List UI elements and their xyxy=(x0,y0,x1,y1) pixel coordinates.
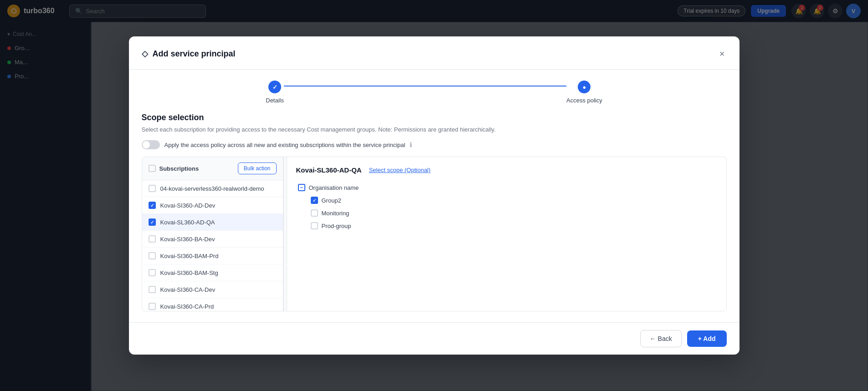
toggle-row: Apply the access policy across all new a… xyxy=(142,140,727,149)
back-button[interactable]: ← Back xyxy=(640,330,682,347)
tree-root-label: Organisation name xyxy=(309,184,359,191)
step-container: ✓ Details ● Access policy xyxy=(266,81,602,104)
step-details: ✓ Details xyxy=(266,81,284,104)
subscription-checkbox-3[interactable] xyxy=(149,235,156,243)
bulk-action-button[interactable]: Bulk action xyxy=(238,162,277,174)
subscription-name-5: Kovai-SI360-BAM-Stg xyxy=(160,269,218,276)
subscription-name-7: Kovai-SI360-CA-Prd xyxy=(160,303,214,310)
subscription-panel-header: Subscriptions Bulk action xyxy=(142,157,283,180)
modal-body: Scope selection Select each subscription… xyxy=(129,113,740,322)
tree-child-2[interactable]: Prod-group xyxy=(311,219,717,232)
step-1-label: Details xyxy=(266,97,284,104)
selected-subscription-name: Kovai-SL360-AD-QA xyxy=(296,166,362,174)
subscription-item-1[interactable]: Kovai-SI360-AD-Dev xyxy=(142,197,283,214)
select-all-checkbox[interactable] xyxy=(149,165,156,172)
tree-child-1[interactable]: Monitoring xyxy=(311,207,717,219)
tree-checkbox-2[interactable] xyxy=(311,222,318,229)
panel-divider xyxy=(283,157,287,311)
subscription-item-2[interactable]: Kovai-SL360-AD-QA xyxy=(142,214,283,231)
subscription-panel: Subscriptions Bulk action 04-kovai-serve… xyxy=(142,157,283,311)
subscription-name-6: Kovai-SI360-CA-Dev xyxy=(160,286,216,293)
subscription-name-2: Kovai-SL360-AD-QA xyxy=(160,219,215,226)
stepper: ✓ Details ● Access policy xyxy=(129,70,740,113)
subscription-list: 04-kovai-serverless360-realworld-demo Ko… xyxy=(142,180,283,311)
subscription-checkbox-4[interactable] xyxy=(149,252,156,259)
modal: ◇ Add service principal × ✓ Details ● Ac… xyxy=(129,36,740,355)
subscription-item-0[interactable]: 04-kovai-serverless360-realworld-demo xyxy=(142,180,283,197)
modal-header: ◇ Add service principal × xyxy=(129,36,740,70)
subscription-checkbox-6[interactable] xyxy=(149,286,156,293)
toggle-label: Apply the access policy across all new a… xyxy=(164,142,406,148)
scope-tree: Organisation name Group2 Monitoring xyxy=(298,181,717,232)
subscription-item-5[interactable]: Kovai-SI360-BAM-Stg xyxy=(142,264,283,281)
step-access-policy: ● Access policy xyxy=(566,81,602,104)
subscription-checkbox-0[interactable] xyxy=(149,185,156,192)
subscription-item-3[interactable]: Kovai-SI360-BA-Dev xyxy=(142,231,283,248)
step-1-circle: ✓ xyxy=(268,81,281,93)
tree-child-0[interactable]: Group2 xyxy=(311,194,717,207)
step-connector xyxy=(284,86,566,86)
close-button[interactable]: × xyxy=(718,47,727,60)
subscription-item-7[interactable]: Kovai-SI360-CA-Prd xyxy=(142,298,283,311)
tree-child-label-0: Group2 xyxy=(322,197,341,204)
subscriptions-label: Subscriptions xyxy=(149,165,199,172)
scope-panel: Subscriptions Bulk action 04-kovai-serve… xyxy=(142,157,727,311)
modal-title-text: Add service principal xyxy=(153,49,236,59)
scope-selection-title: Scope selection xyxy=(142,113,727,122)
subscription-checkbox-5[interactable] xyxy=(149,269,156,276)
subscription-name-3: Kovai-SI360-BA-Dev xyxy=(160,236,215,243)
tree-child-label-2: Prod-group xyxy=(322,223,351,229)
step-2-label: Access policy xyxy=(566,97,602,104)
info-icon[interactable]: ℹ xyxy=(410,141,412,148)
modal-title: ◇ Add service principal xyxy=(142,49,236,59)
modal-overlay: ◇ Add service principal × ✓ Details ● Ac… xyxy=(0,0,868,391)
apply-policy-toggle[interactable] xyxy=(142,140,160,149)
add-button[interactable]: + Add xyxy=(687,330,727,347)
tree-checkbox-0[interactable] xyxy=(311,197,318,204)
subscription-name-0: 04-kovai-serverless360-realworld-demo xyxy=(160,185,264,192)
tree-checkbox-1[interactable] xyxy=(311,209,318,217)
right-panel-header: Kovai-SL360-AD-QA Select scope (Optional… xyxy=(296,166,717,174)
scope-selection-desc: Select each subscription for providing a… xyxy=(142,126,727,133)
collapse-icon[interactable] xyxy=(298,184,305,191)
subscription-name-1: Kovai-SI360-AD-Dev xyxy=(160,202,216,209)
diamond-icon: ◇ xyxy=(142,49,148,59)
select-scope-link[interactable]: Select scope (Optional) xyxy=(369,167,431,173)
modal-footer: ← Back + Add xyxy=(129,322,740,355)
tree-root[interactable]: Organisation name xyxy=(298,181,717,194)
tree-child-label-1: Monitoring xyxy=(322,210,349,217)
subscription-item-4[interactable]: Kovai-SI360-BAM-Prd xyxy=(142,248,283,264)
subscription-name-4: Kovai-SI360-BAM-Prd xyxy=(160,253,219,259)
step-2-circle: ● xyxy=(578,81,591,93)
subscription-checkbox-7[interactable] xyxy=(149,303,156,310)
subscription-checkbox-2[interactable] xyxy=(149,218,156,226)
subscription-checkbox-1[interactable] xyxy=(149,202,156,209)
subscriptions-text: Subscriptions xyxy=(159,165,199,172)
scope-tree-panel: Kovai-SL360-AD-QA Select scope (Optional… xyxy=(287,157,726,311)
subscription-item-6[interactable]: Kovai-SI360-CA-Dev xyxy=(142,281,283,298)
